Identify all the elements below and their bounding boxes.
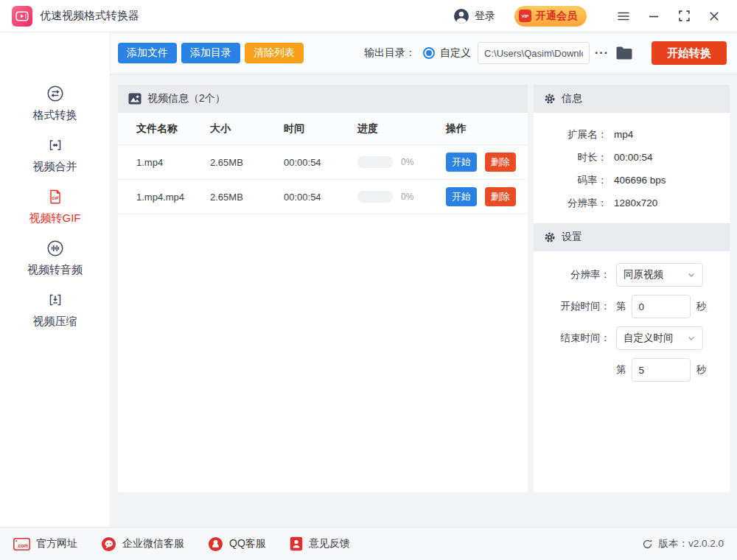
sidebar-item-video-to-audio[interactable]: 视频转音频	[0, 239, 110, 277]
sidebar-item-format-convert[interactable]: 格式转换	[0, 84, 110, 122]
sidebar-item-label: 视频压缩	[33, 315, 77, 329]
row-start-button[interactable]: 开始	[446, 153, 477, 172]
vip-label: 开通会员	[536, 10, 577, 23]
col-actions: 操作	[446, 122, 528, 136]
svg-text:.com: .com	[17, 543, 28, 548]
browse-more-button[interactable]: ···	[595, 46, 609, 60]
table-row: 1.mp4.mp4 2.65MB 00:00:54 0% 开始 删除	[118, 180, 528, 214]
output-path-input[interactable]	[478, 42, 590, 64]
footer: .com 官方网址 企业微信客服 QQ客服 意见反馈	[0, 527, 737, 560]
start-convert-button[interactable]: 开始转换	[652, 41, 727, 65]
hamburger-icon	[617, 10, 630, 22]
file-name: 1.mp4.mp4	[136, 192, 210, 203]
end-prefix: 第	[616, 363, 626, 377]
sidebar-item-label: 视频合并	[33, 160, 77, 174]
row-delete-button[interactable]: 删除	[485, 187, 516, 206]
col-size: 大小	[210, 122, 284, 136]
row-start-button[interactable]: 开始	[446, 187, 477, 206]
info-field-bitrate: 码率： 406696 bps	[534, 169, 730, 192]
progress-value: 0%	[401, 157, 413, 167]
table-column-header: 文件名称 大小 时间 进度 操作	[118, 113, 528, 145]
maximize-button[interactable]	[674, 7, 694, 26]
progress-value: 0%	[401, 192, 413, 202]
col-time: 时间	[284, 122, 357, 136]
end-time-select[interactable]: 自定义时间	[616, 326, 703, 350]
vip-upgrade-button[interactable]: VIP 开通会员	[514, 6, 587, 27]
output-dir-label: 输出目录：	[364, 46, 416, 60]
feedback-icon	[290, 536, 303, 551]
settings-title: 设置	[562, 231, 582, 244]
sidebar-item-video-merge[interactable]: 视频合并	[0, 136, 110, 174]
file-size: 2.65MB	[210, 157, 284, 168]
file-size: 2.65MB	[210, 192, 284, 203]
sidebar: 格式转换 视频合并 GIF 视频转GIF 视频转音频	[0, 32, 111, 527]
progress-bar	[357, 156, 393, 168]
svg-text:GIF: GIF	[52, 196, 59, 200]
info-field-resolution: 分辨率： 1280x720	[534, 192, 730, 214]
video-compress-icon	[46, 290, 65, 309]
info-header: 信息	[534, 85, 730, 113]
refresh-icon	[642, 539, 653, 550]
info-title: 信息	[562, 92, 582, 105]
end-time-setting: 结束时间： 自定义时间	[534, 326, 730, 350]
titlebar: 优速视频格式转换器 登录 VIP 开通会员	[0, 0, 737, 32]
vip-icon: VIP	[519, 10, 531, 22]
wechat-service-link[interactable]: 企业微信客服	[101, 536, 184, 552]
login-button[interactable]: 登录	[453, 8, 495, 24]
table-row: 1.mp4 2.65MB 00:00:54 0% 开始 删除	[118, 145, 528, 180]
sidebar-item-video-compress[interactable]: 视频压缩	[0, 290, 110, 329]
app-logo-icon	[12, 6, 32, 27]
gear-icon	[544, 231, 556, 243]
qq-icon	[208, 536, 223, 552]
folder-icon	[615, 46, 633, 60]
qq-service-link[interactable]: QQ客服	[208, 536, 266, 552]
row-delete-button[interactable]: 删除	[485, 153, 516, 172]
video-info-icon	[128, 93, 142, 105]
app-title: 优速视频格式转换器	[40, 9, 139, 23]
official-website-link[interactable]: .com 官方网址	[13, 537, 77, 550]
sidebar-item-label: 视频转音频	[27, 263, 83, 277]
start-suffix: 秒	[696, 300, 707, 313]
gear-icon	[544, 93, 556, 105]
add-directory-button[interactable]: 添加目录	[181, 43, 240, 63]
chevron-down-icon	[687, 334, 696, 343]
video-merge-icon	[46, 136, 65, 155]
info-settings-panel: 信息 扩展名： mp4 时长： 00:00:54 码率： 406696 bps	[534, 85, 730, 492]
version-info: 版本：v2.0.2.0	[642, 537, 724, 550]
file-table-header: 视频信息（2个）	[118, 85, 528, 113]
custom-output-label: 自定义	[440, 46, 471, 60]
sidebar-item-label: 视频转GIF	[29, 211, 81, 225]
add-file-button[interactable]: 添加文件	[118, 43, 177, 63]
file-time: 00:00:54	[284, 192, 357, 203]
progress-bar	[357, 191, 393, 203]
file-table-panel: 视频信息（2个） 文件名称 大小 时间 进度 操作 1.mp4 2.65MB 0…	[118, 85, 528, 492]
resolution-select[interactable]: 同原视频	[616, 263, 703, 287]
maximize-icon	[678, 10, 691, 22]
start-time-setting: 开始时间： 第 秒	[534, 295, 730, 318]
feedback-link[interactable]: 意见反馈	[290, 536, 350, 551]
minimize-icon	[648, 10, 660, 22]
end-time-value-setting: 第 秒	[534, 358, 730, 382]
sidebar-item-video-to-gif[interactable]: GIF 视频转GIF	[0, 187, 110, 225]
col-name: 文件名称	[136, 122, 210, 136]
resolution-setting: 分辨率： 同原视频	[534, 263, 730, 287]
menu-button[interactable]	[614, 7, 633, 26]
content-area: 视频信息（2个） 文件名称 大小 时间 进度 操作 1.mp4 2.65MB 0…	[111, 74, 737, 527]
settings-header: 设置	[534, 223, 730, 251]
end-time-input[interactable]	[632, 358, 691, 382]
file-name: 1.mp4	[136, 157, 210, 168]
clear-list-button[interactable]: 清除列表	[245, 43, 304, 63]
file-time: 00:00:54	[284, 157, 357, 168]
custom-output-radio[interactable]: 自定义	[423, 46, 471, 60]
minimize-button[interactable]	[644, 7, 663, 26]
close-button[interactable]	[705, 7, 724, 26]
user-icon	[453, 8, 469, 24]
video-to-audio-icon	[46, 239, 65, 258]
close-icon	[708, 10, 720, 22]
col-progress: 进度	[357, 122, 446, 136]
login-label: 登录	[475, 10, 495, 23]
chevron-down-icon	[687, 270, 696, 279]
open-folder-button[interactable]	[615, 46, 633, 60]
end-suffix: 秒	[696, 363, 707, 377]
start-time-input[interactable]	[632, 295, 691, 318]
